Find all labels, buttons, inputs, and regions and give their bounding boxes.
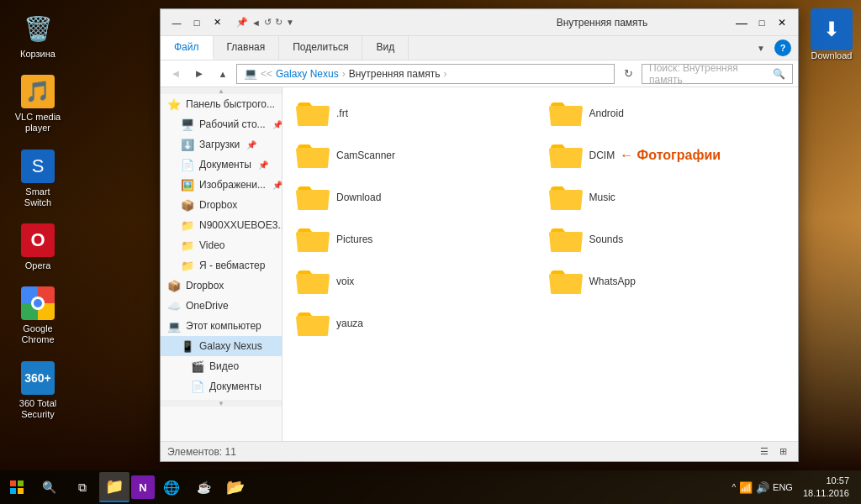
- nav-up-button[interactable]: ▲: [213, 64, 233, 84]
- desktop-icon-smart-switch[interactable]: S Smart Switch: [8, 146, 67, 212]
- tray-volume-icon[interactable]: 🔊: [756, 481, 769, 494]
- sidebar-item-documents[interactable]: 📄 Документы 📌: [161, 155, 282, 175]
- desktop-icon-opera[interactable]: O Opera: [8, 220, 67, 275]
- file-item-camscanner[interactable]: CamScanner: [289, 136, 539, 175]
- window-close-button[interactable]: ✕: [208, 13, 226, 32]
- file-item-frt[interactable]: .frt: [289, 94, 539, 133]
- desktop-icon-sidebar: 🖥️: [181, 118, 194, 131]
- folder-icon-whatsapp: [549, 267, 583, 296]
- file-item-android[interactable]: Android: [542, 94, 792, 133]
- desktop-icon-vlc[interactable]: 🎵 VLC media player: [8, 71, 67, 137]
- file-name-frt: .frt: [336, 108, 348, 119]
- sidebar-galaxy-nexus-label: Galaxy Nexus: [199, 340, 262, 352]
- tray-network-icon[interactable]: 📶: [739, 481, 753, 494]
- taskbar-search-button[interactable]: 🔍: [34, 472, 64, 502]
- file-item-pictures[interactable]: Pictures: [289, 220, 539, 259]
- window-title: Внутренняя память: [480, 17, 724, 29]
- sidebar-item-dropbox1[interactable]: 📦 Dropbox: [161, 195, 282, 215]
- ribbon-tab-view[interactable]: Вид: [362, 36, 409, 60]
- window-minimize-button[interactable]: —: [167, 13, 186, 32]
- sidebar-item-video[interactable]: 📁 Video: [161, 235, 282, 255]
- tray-chevron[interactable]: ^: [732, 483, 736, 492]
- view-details-button[interactable]: ☰: [756, 444, 773, 460]
- folder-icon-download: [296, 183, 330, 212]
- breadcrumb-galaxy-nexus[interactable]: Galaxy Nexus: [276, 68, 339, 80]
- address-path[interactable]: 💻 << Galaxy Nexus › Внутренняя память ›: [236, 64, 615, 84]
- desktop-icon-360[interactable]: 360+ 360 Total Security: [8, 358, 67, 423]
- refresh-button[interactable]: ↻: [618, 64, 638, 84]
- sidebar-n900-label: N900XXUEBOE3...: [199, 219, 282, 231]
- title-close-btn[interactable]: ✕: [773, 13, 791, 32]
- ribbon-chevron-btn[interactable]: ▼: [751, 38, 771, 58]
- sidebar-documents2-label: Документы: [209, 381, 261, 392]
- quick-toolbar-undo[interactable]: ↺: [264, 17, 272, 28]
- file-item-dcim[interactable]: DCIM ← Фотографии: [542, 136, 792, 175]
- file-item-whatsapp[interactable]: WhatsApp: [542, 262, 792, 301]
- quick-toolbar-dropdown[interactable]: ▼: [286, 18, 294, 27]
- sidebar-item-n900[interactable]: 📁 N900XXUEBOE3...: [161, 215, 282, 235]
- file-item-yauza[interactable]: yauza: [289, 304, 539, 343]
- title-minimize-btn[interactable]: —: [732, 13, 751, 32]
- title-maximize-btn[interactable]: □: [753, 13, 771, 32]
- sidebar-item-quick-access[interactable]: ⭐ Панель быстрого...: [161, 94, 282, 114]
- sidebar-item-dropbox2[interactable]: 📦 Dropbox: [161, 276, 282, 296]
- sidebar-item-galaxy-nexus[interactable]: 📱 Galaxy Nexus: [161, 336, 282, 356]
- taskbar-item-onenote[interactable]: N: [131, 475, 155, 499]
- download-overlay-icon[interactable]: ⬇ Download: [811, 8, 853, 60]
- sidebar-item-video2[interactable]: 🎬 Видео: [161, 356, 282, 376]
- window-maximize-button[interactable]: □: [188, 13, 206, 32]
- breadcrumb-computer-icon: 💻: [244, 67, 257, 80]
- folder-icon-yauza: [296, 309, 330, 338]
- desktop-icon-chrome[interactable]: Google Chrome: [8, 283, 67, 349]
- sidebar-scroll: ▲ ⭐ Панель быстрого... 🖥️ Рабочий сто...…: [161, 87, 282, 407]
- file-item-download[interactable]: Download: [289, 178, 539, 217]
- desktop-icons-container: 🗑️ Корзина 🎵 VLC media player S Smart Sw…: [8, 8, 67, 423]
- taskbar-tray: ^ 📶 🔊 ENG 10:57 18.11.2016: [732, 475, 861, 501]
- start-button[interactable]: [0, 470, 34, 504]
- sidebar-item-webmaster[interactable]: 📁 Я - вебмастер: [161, 255, 282, 276]
- ribbon-tab-home[interactable]: Главная: [214, 36, 280, 60]
- sidebar-item-this-pc[interactable]: 💻 Этот компьютер: [161, 316, 282, 336]
- breadcrumb-internal-memory[interactable]: Внутренняя память: [349, 68, 441, 80]
- status-bar: Элементов: 11 ☰ ⊞: [161, 441, 798, 461]
- sidebar-video-label: Video: [199, 239, 224, 251]
- ribbon-help-btn[interactable]: ?: [774, 39, 791, 56]
- nav-back-button[interactable]: ◄: [166, 64, 186, 84]
- sidebar-item-images[interactable]: 🖼️ Изображени... 📌: [161, 175, 282, 195]
- nav-forward-button[interactable]: ►: [189, 64, 209, 84]
- taskbar-clock[interactable]: 10:57 18.11.2016: [796, 475, 856, 501]
- sidebar-dropbox2-label: Dropbox: [186, 280, 224, 291]
- folder-icon-frt: [296, 99, 330, 128]
- taskbar-item-folder2[interactable]: 📂: [220, 472, 251, 502]
- taskbar-item-file-explorer[interactable]: 📁: [99, 472, 129, 502]
- search-box[interactable]: Поиск: Внутренняя память 🔍: [642, 64, 793, 84]
- file-name-dcim: DCIM: [589, 150, 615, 161]
- sidebar-images-label: Изображени...: [199, 179, 266, 191]
- ribbon-tab-file[interactable]: Файл: [161, 36, 214, 60]
- taskbar-item-java[interactable]: ☕: [188, 472, 219, 502]
- file-item-voix[interactable]: voix: [289, 262, 539, 301]
- ribbon-tab-share[interactable]: Поделиться: [279, 36, 362, 60]
- quick-toolbar-redo[interactable]: ↻: [275, 17, 283, 28]
- sidebar-item-downloads[interactable]: ⬇️ Загрузки 📌: [161, 134, 282, 155]
- clock-date: 18.11.2016: [803, 487, 849, 500]
- file-item-music[interactable]: Music: [542, 178, 792, 217]
- sidebar-item-quick-access-label: Панель быстрого...: [186, 98, 275, 110]
- taskbar-item-ie[interactable]: 🌐: [156, 472, 187, 502]
- explorer-body: ▲ ⭐ Панель быстрого... 🖥️ Рабочий сто...…: [161, 87, 798, 441]
- sidebar-item-documents2[interactable]: 📄 Документы: [161, 376, 282, 396]
- window-controls: — □ ✕: [167, 13, 226, 32]
- status-item-count: Элементов: 11: [167, 446, 236, 458]
- quick-toolbar-pin[interactable]: 📌: [236, 17, 248, 28]
- desktop-icon-recycle-bin[interactable]: 🗑️ Корзина: [8, 8, 67, 63]
- folder-icon-voix: [296, 267, 330, 296]
- view-tiles-button[interactable]: ⊞: [774, 444, 791, 460]
- folder-icon-pictures: [296, 225, 330, 254]
- quick-toolbar-back[interactable]: ◄: [251, 18, 261, 28]
- taskbar-item-task-view[interactable]: ⧉: [67, 472, 98, 502]
- sidebar-item-desktop[interactable]: 🖥️ Рабочий сто... 📌: [161, 114, 282, 134]
- taskbar: 🔍 ⧉ 📁 N 🌐 ☕ 📂 ^ 📶 🔊 ENG 10:57 18.11.2016: [0, 470, 861, 504]
- tray-lang[interactable]: ENG: [773, 482, 793, 492]
- file-item-sounds[interactable]: Sounds: [542, 220, 792, 259]
- sidebar-item-onedrive[interactable]: ☁️ OneDrive: [161, 296, 282, 316]
